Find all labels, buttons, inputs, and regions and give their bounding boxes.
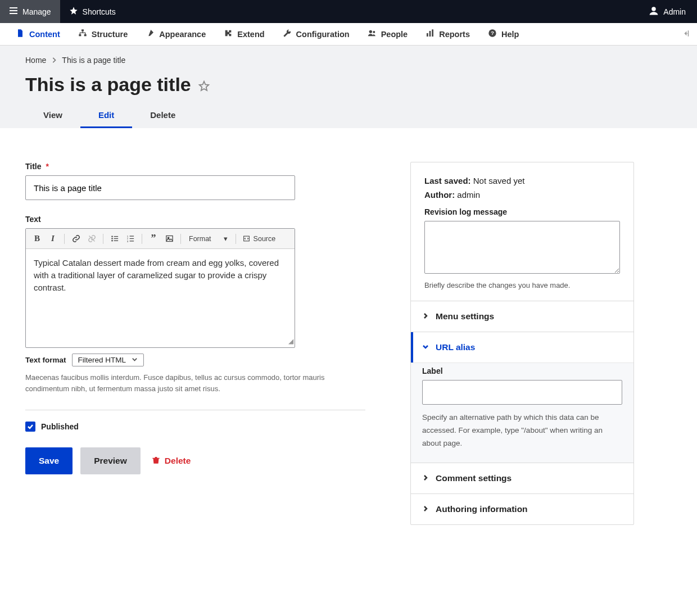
italic-button[interactable]: I (46, 232, 60, 246)
manage-toggle[interactable]: Manage (0, 0, 60, 23)
tab-help[interactable]: ? Help (479, 23, 528, 45)
revision-textarea[interactable] (424, 221, 620, 274)
rich-text-editor: B I 123 (25, 228, 295, 348)
bold-button[interactable]: B (30, 232, 44, 246)
text-format-select[interactable]: Filtered HTML (72, 354, 144, 366)
svg-point-4 (369, 30, 372, 33)
menu-settings-label: Menu settings (436, 311, 494, 321)
image-button[interactable] (162, 232, 176, 246)
svg-rect-1 (82, 29, 84, 31)
collapse-icon[interactable] (682, 28, 693, 40)
breadcrumb: Home This is a page title (25, 56, 672, 65)
comment-settings-label: Comment settings (436, 473, 512, 483)
tab-reports[interactable]: Reports (417, 23, 479, 45)
local-tab-delete[interactable]: Delete (132, 103, 193, 128)
toolbar-separator (64, 234, 65, 244)
accordion-body-url-alias: Label Specify an alternative path by whi… (411, 363, 633, 463)
delete-link[interactable]: Delete (152, 455, 191, 467)
local-tab-edit[interactable]: Edit (80, 103, 132, 128)
bullet-list-button[interactable] (108, 232, 121, 246)
tab-appearance[interactable]: Appearance (137, 23, 215, 45)
format-label: Format (189, 235, 211, 243)
accordion-comment-settings: Comment settings (411, 463, 633, 493)
page-title: This is a page title (25, 70, 191, 103)
link-button[interactable] (69, 232, 83, 246)
text-format-row: Text format Filtered HTML (25, 354, 365, 366)
numbered-list-button[interactable]: 123 (124, 232, 137, 246)
paintbrush-icon (146, 29, 155, 39)
svg-rect-21 (129, 238, 134, 239)
local-tabs: View Edit Delete (25, 103, 672, 128)
svg-point-12 (111, 238, 113, 239)
tab-content[interactable]: Content (7, 23, 69, 45)
tab-configuration[interactable]: Configuration (274, 23, 359, 45)
chevron-down-icon (132, 356, 138, 364)
accordion-header-url-alias[interactable]: URL alias (411, 332, 633, 363)
unlink-button[interactable] (85, 232, 98, 246)
tab-structure[interactable]: Structure (69, 23, 137, 45)
url-alias-label: URL alias (436, 342, 475, 352)
toolbar-right: Admin (646, 6, 697, 17)
published-checkbox[interactable] (25, 422, 35, 432)
svg-text:?: ? (491, 30, 494, 36)
svg-rect-16 (114, 241, 118, 241)
star-filled-icon (69, 6, 78, 17)
tab-extend[interactable]: Extend (215, 23, 273, 45)
hamburger-icon (9, 6, 18, 17)
svg-text:3: 3 (126, 240, 128, 243)
accordion-menu-settings: Menu settings (411, 301, 633, 332)
editor-body[interactable]: Typical Catalan dessert made from cream … (26, 249, 295, 347)
form-actions: Save Preview Delete (25, 447, 365, 474)
accordion-header-comment-settings[interactable]: Comment settings (411, 463, 633, 493)
delete-label: Delete (165, 456, 191, 466)
tab-people-label: People (381, 30, 408, 39)
user-icon (649, 6, 659, 17)
format-dropdown[interactable]: Format ▾ (185, 234, 231, 243)
shortcuts-link[interactable]: Shortcuts (60, 0, 125, 23)
resize-handle-icon[interactable]: ◢ (288, 337, 293, 346)
accordion-header-authoring-info[interactable]: Authoring information (411, 494, 633, 524)
tab-configuration-label: Configuration (296, 30, 350, 39)
trash-icon (152, 455, 160, 467)
shortcuts-label: Shortcuts (83, 7, 116, 16)
star-outline-icon[interactable] (198, 80, 210, 94)
tab-structure-label: Structure (92, 30, 128, 39)
title-label: Title * (25, 162, 365, 171)
toolbar-separator (142, 234, 142, 244)
svg-rect-22 (129, 241, 134, 241)
text-format-value: Filtered HTML (78, 356, 126, 364)
svg-rect-3 (84, 34, 86, 36)
breadcrumb-home[interactable]: Home (25, 56, 46, 65)
preview-button[interactable]: Preview (80, 447, 141, 474)
blockquote-button[interactable]: ” (147, 232, 160, 246)
user-menu[interactable]: Admin (646, 6, 688, 17)
tab-people[interactable]: People (359, 23, 417, 45)
source-button[interactable]: Source (241, 235, 278, 243)
title-input[interactable] (25, 175, 295, 200)
tab-extend-label: Extend (237, 30, 264, 39)
svg-point-13 (111, 240, 113, 242)
local-tab-view[interactable]: View (25, 103, 80, 128)
save-button[interactable]: Save (25, 447, 73, 474)
wrench-icon (283, 29, 292, 39)
caret-down-icon: ▾ (224, 234, 228, 243)
url-alias-desc: Specify an alternative path by which thi… (422, 411, 622, 450)
file-icon (16, 29, 25, 39)
field-title: Title * (25, 162, 365, 200)
chevron-right-icon (422, 311, 429, 321)
svg-point-0 (652, 7, 657, 11)
url-alias-input[interactable] (422, 380, 622, 405)
user-label: Admin (663, 7, 686, 16)
accordion-url-alias: URL alias Label Specify an alternative p… (411, 332, 633, 463)
svg-rect-6 (427, 33, 428, 37)
accordion-header-menu-settings[interactable]: Menu settings (411, 301, 633, 332)
tab-appearance-label: Appearance (159, 30, 206, 39)
published-label: Published (41, 422, 79, 431)
region-header: Home This is a page title This is a page… (0, 46, 697, 128)
text-help: Maecenas faucibus mollis interdum. Fusce… (25, 372, 365, 394)
chevron-down-icon (422, 342, 429, 352)
editor-content: Typical Catalan dessert made from cream … (34, 258, 279, 292)
field-text: Text B I 123 (25, 215, 365, 394)
svg-rect-7 (429, 31, 431, 37)
text-format-label: Text format (25, 356, 66, 364)
